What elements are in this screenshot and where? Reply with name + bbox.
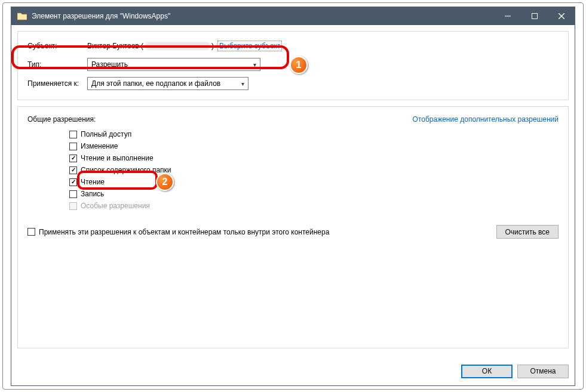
window-title: Элемент разрешения для "WindowsApps" [32,12,494,20]
window-controls [494,7,575,25]
type-select[interactable]: Разрешить ▾ [87,58,260,71]
titlebar: Элемент разрешения для "WindowsApps" [11,7,575,25]
type-value: Разрешить [91,60,128,69]
annotation-badge-1: 1 [290,56,308,74]
show-advanced-link[interactable]: Отображение дополнительных разрешений [413,115,559,124]
subject-label: Субъект: [27,42,87,50]
select-subject-link[interactable]: Выберите субъект [217,41,282,51]
permission-label: Изменение [81,142,118,150]
minimize-button[interactable] [494,7,521,25]
svg-rect-1 [532,14,537,19]
type-label: Тип: [27,60,87,69]
cancel-button[interactable]: Отмена [517,365,569,378]
permission-label: Чтение [81,178,105,186]
permission-label: Чтение и выполнение [81,154,154,162]
permissions-list: Полный доступИзменениеЧтение и выполнени… [69,128,559,212]
permissions-heading: Общие разрешения: [27,115,96,124]
permission-checkbox[interactable] [69,178,77,186]
permission-checkbox[interactable] [69,190,77,198]
dialog-footer: ОК Отмена [11,360,575,385]
permission-item: Особые разрешения [69,200,559,212]
applies-label: Применяется к: [27,79,87,88]
apply-only-checkbox[interactable] [27,228,35,236]
apply-only-label: Применять эти разрешения к объектам и ко… [39,228,329,236]
permission-label: Особые разрешения [81,202,150,210]
clear-all-button[interactable]: Очистить все [496,225,559,239]
redacted-email [145,42,210,50]
permission-checkbox[interactable] [69,166,77,174]
client-area: Субъект: Виктор Бухтеев () Выберите субъ… [11,25,575,360]
permission-label: Список содержимого папки [81,166,171,174]
annotation-badge-2: 2 [156,173,174,191]
permission-item: Чтение и выполнение [69,152,559,164]
chevron-down-icon: ▾ [253,61,256,68]
permission-label: Запись [81,190,104,198]
permission-item: Полный доступ [69,128,559,140]
maximize-button[interactable] [521,7,548,25]
applies-select[interactable]: Для этой папки, ее подпапок и файлов ▾ [87,77,248,90]
close-button[interactable] [548,7,575,25]
permission-checkbox[interactable] [69,143,77,150]
folder-icon [17,12,27,20]
permission-item: Чтение [69,176,559,188]
ok-button[interactable]: ОК [461,365,513,378]
permission-checkbox [69,202,77,210]
permission-item: Изменение [69,140,559,152]
permission-item: Запись [69,188,559,200]
permission-item: Список содержимого папки [69,164,559,176]
permissions-group: Общие разрешения: Отображение дополнител… [17,106,569,348]
subject-name: Виктор Бухтеев () [87,42,214,51]
permission-label: Полный доступ [81,130,131,138]
applies-value: Для этой папки, ее подпапок и файлов [91,79,220,88]
chevron-down-icon: ▾ [241,81,244,87]
permission-checkbox[interactable] [69,155,77,162]
permission-dialog: Элемент разрешения для "WindowsApps" Суб… [11,7,575,386]
permission-checkbox[interactable] [69,131,77,138]
